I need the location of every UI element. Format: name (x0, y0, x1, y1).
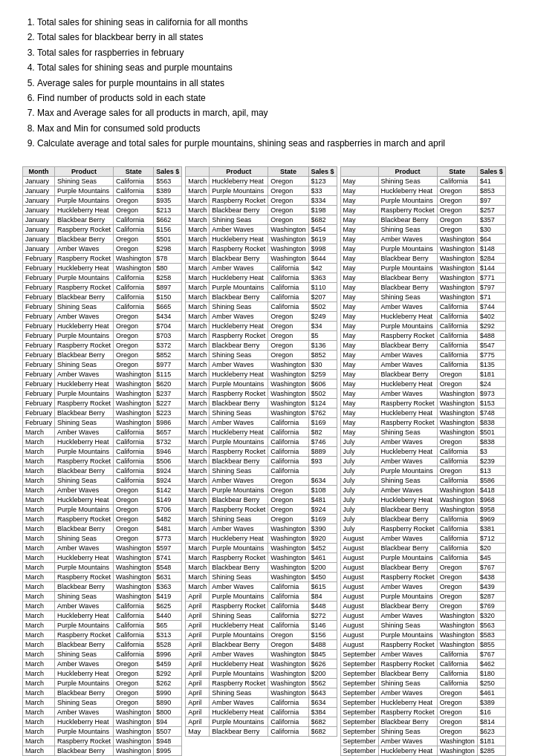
table-cell: Purple Mountains (378, 466, 437, 475)
table-cell: Washington (268, 379, 308, 388)
table-cell: Purple Mountains (210, 186, 268, 195)
table-cell: Raspberry Rocket (210, 388, 268, 398)
table3-container: ProductStateSales $ MayShining SeasCalif… (340, 166, 506, 756)
table-cell: Raspberry Rocket (378, 398, 437, 408)
table-cell (308, 466, 337, 475)
table-cell: California (268, 446, 308, 456)
table-cell: $84 (308, 591, 337, 601)
table-cell: July (340, 456, 378, 466)
table-cell: Blackbear Berry (378, 543, 437, 553)
table-cell: $249 (308, 311, 337, 321)
table-row: AugustShining SeasWashington$563 (340, 620, 505, 630)
table-row: JanuaryAmber WavesOregon$298 (23, 244, 182, 253)
table-cell: May (340, 273, 378, 282)
table-cell: $969 (477, 514, 505, 524)
table3-header-cell: Product (378, 166, 437, 176)
table-cell: September (340, 678, 378, 688)
table-cell: September (340, 726, 378, 736)
table-cell: March (23, 581, 55, 591)
table-cell: California (437, 533, 477, 543)
table-cell: Blackbear Berry (210, 495, 268, 504)
table-cell: Washington (114, 717, 154, 726)
table-cell: California (114, 427, 154, 437)
table-cell: $452 (308, 543, 337, 553)
table-cell: California (268, 417, 308, 427)
table-cell: Blackbear Berry (378, 282, 437, 292)
table-cell: $488 (308, 639, 337, 649)
table-row: MarchHuckleberry HeatWashington$94 (23, 717, 182, 726)
table-cell: Washington (114, 398, 154, 408)
table-cell: Washington (114, 417, 154, 427)
table-cell: May (340, 292, 378, 302)
table-cell: Huckleberry Heat (378, 495, 437, 504)
table-row: MayRaspberry RocketWashington$153 (340, 398, 505, 408)
table-cell: Oregon (114, 533, 154, 543)
table3-header-cell: State (437, 166, 477, 176)
table-cell: March (23, 591, 55, 601)
table-cell: February (23, 408, 55, 417)
table-cell: Purple Mountains (55, 562, 114, 572)
table-cell: February (23, 398, 55, 408)
table-cell: $292 (154, 668, 182, 678)
table-cell: $586 (477, 475, 505, 485)
table-cell: California (114, 224, 154, 234)
table-row: JanuaryBlackbear BerryCalifornia$662 (23, 215, 182, 224)
table-cell: May (340, 379, 378, 388)
table-cell: $200 (308, 562, 337, 572)
table-row: MarchShining SeasWashington$419 (23, 591, 182, 601)
table-row: FebruaryRaspberry RocketOregon$372 (23, 340, 182, 350)
table-cell: Amber Waves (210, 224, 268, 234)
table-cell: August (340, 562, 378, 572)
table-cell: $3 (477, 446, 505, 456)
table-cell: $852 (154, 350, 182, 359)
table-row: JanuaryBlackbear BerryOregon$501 (23, 234, 182, 244)
table-cell: Washington (268, 572, 308, 581)
table-cell: $71 (477, 292, 505, 302)
table-cell: $272 (308, 610, 337, 620)
table-row: AugustBlackbear BerryOregon$767 (340, 562, 505, 572)
table-cell: February (23, 311, 55, 321)
table-cell: Huckleberry Heat (210, 620, 268, 630)
table-cell: Raspberry Rocket (55, 282, 114, 292)
table-cell: California (268, 726, 308, 736)
table-cell: $34 (308, 321, 337, 330)
table-cell: California (268, 292, 308, 302)
tasks-section: Total sales for shining seas in californ… (22, 15, 513, 151)
table-cell: Amber Waves (210, 311, 268, 321)
table-cell: Washington (437, 495, 477, 504)
table-row: MarchAmber WavesWashington$390 (186, 524, 337, 533)
table-cell: May (340, 321, 378, 330)
table-cell: $744 (477, 302, 505, 311)
table-cell: Huckleberry Heat (210, 533, 268, 543)
table-cell: Huckleberry Heat (378, 746, 437, 755)
table-cell: California (268, 707, 308, 717)
table-row: MarchAmber WavesCalifornia$169 (186, 417, 337, 427)
table-cell: California (114, 273, 154, 282)
table-cell: Huckleberry Heat (55, 205, 114, 215)
table-cell: Purple Mountains (55, 186, 114, 195)
table-cell: March (186, 224, 210, 234)
table-cell: California (114, 456, 154, 466)
table-cell: Oregon (437, 466, 477, 475)
table-row: MayShining SeasWashington$71 (340, 292, 505, 302)
table-cell: May (340, 302, 378, 311)
table-cell: Blackbear Berry (55, 292, 114, 302)
table-cell: March (23, 668, 55, 678)
table-cell: March (186, 263, 210, 273)
table-cell: Washington (437, 610, 477, 620)
table-cell: Huckleberry Heat (210, 321, 268, 330)
table-cell: $149 (154, 495, 182, 504)
table-cell: $13 (477, 466, 505, 475)
table1-header-cell: Month (23, 166, 55, 176)
table-cell: Purple Mountains (210, 485, 268, 495)
table-cell: Huckleberry Heat (378, 408, 437, 417)
table-row: MarchRaspberry RocketOregon$482 (23, 514, 182, 524)
table-cell: Oregon (268, 321, 308, 330)
table-cell: $334 (308, 195, 337, 205)
table-cell: Raspberry Rocket (210, 330, 268, 340)
table-cell: April (186, 630, 210, 639)
table-cell: $363 (308, 273, 337, 282)
table-row: MarchPurple MountainsOregon$108 (186, 485, 337, 495)
table-cell: Washington (268, 253, 308, 263)
table-row: MarchRaspberry RocketCalifornia$506 (23, 456, 182, 466)
